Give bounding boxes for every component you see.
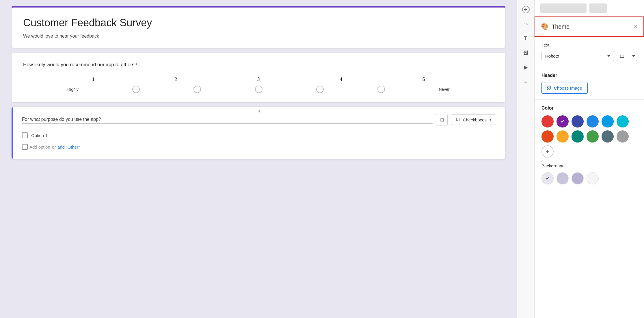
option1-label: Option 1 [31,133,48,138]
type-selector[interactable]: ☑ Checkboxes ▾ [451,114,496,125]
section-button[interactable]: ≡ [520,76,532,88]
option1-checkbox[interactable] [22,132,28,138]
theme-title: Theme [552,23,634,30]
rating-num-5: 5 [422,77,425,82]
palette-icon: 🎨 [541,23,549,30]
survey-header-card: Customer Feedback Survey We would love t… [12,6,505,48]
text-button[interactable]: T [520,32,532,45]
import-button[interactable]: ↪ [520,18,532,30]
add-option-row: Add option or add "Other" [22,144,496,150]
rating-num-4: 4 [340,77,343,82]
font-select[interactable]: Roboto Arial Georgia [541,51,614,61]
option1-row: Option 1 [22,132,496,138]
color-indigo[interactable] [572,115,584,127]
background-label: Background [541,163,637,168]
add-option-separator: or [52,145,56,149]
text-controls-row: Roboto Arial Georgia 10 11 12 14 [541,51,637,61]
text-section-label: Text [541,42,637,47]
color-grid [541,115,637,143]
image-button[interactable]: 🖼 [520,47,532,59]
header-section: Header 🖼 Choose Image [535,67,644,100]
bg-swatch-lavender-light[interactable] [541,172,554,184]
theme-header: 🎨 Theme × [535,16,644,37]
rating-numbers: 1 2 3 4 5 [23,77,494,82]
radio-3[interactable] [255,86,263,93]
color-purple[interactable] [556,115,569,127]
scroll-pill-2 [589,3,607,13]
color-cyan[interactable] [617,115,629,127]
scroll-pill-1 [540,3,587,13]
video-icon: ▶ [524,64,528,71]
radio-1[interactable] [132,86,140,93]
question2-card: ⠿ ⊡ ☑ Checkboxes ▾ Option 1 Add option o… [12,107,505,159]
color-green[interactable] [587,130,599,143]
radio-2[interactable] [193,86,201,93]
rating-num-2: 2 [175,77,177,82]
question2-row: ⊡ ☑ Checkboxes ▾ [22,114,496,125]
color-section: Color + [535,100,644,163]
color-blue-grey[interactable] [602,130,614,143]
color-light-blue[interactable] [602,115,614,127]
type-label: Checkboxes [463,117,487,122]
image-icon-btn-icon: 🖼 [547,85,552,90]
bg-swatch-lavender-dark[interactable] [572,172,584,184]
add-icon: + [522,6,530,13]
survey-subtitle: We would love to hear your feedback [23,34,494,39]
radio-4[interactable] [316,86,324,93]
choose-image-label: Choose Image [554,86,582,90]
color-red[interactable] [541,115,554,127]
survey-title: Customer Feedback Survey [23,17,494,29]
image-icon: ⊡ [440,117,444,123]
question2-input[interactable] [22,116,433,124]
add-option-text: Add option [29,145,50,149]
size-select[interactable]: 10 11 12 14 [617,51,637,61]
theme-close-button[interactable]: × [634,23,638,30]
add-other-link[interactable]: add "Other" [57,145,80,149]
import-icon: ↪ [524,21,528,27]
rating-right-label: Never [439,87,449,92]
question1-card: How likely would you recommend our app t… [12,53,505,102]
bg-swatches [541,172,637,184]
rating-scale: 1 2 3 4 5 Highly Never [23,77,494,93]
theme-panel: 🎨 Theme × Text Roboto Arial Georgia 10 1… [534,0,644,318]
text-section: Text Roboto Arial Georgia 10 11 12 14 [535,37,644,67]
image-toolbar-icon: 🖼 [523,50,528,56]
add-color-button[interactable]: + [541,145,554,158]
add-option-checkbox [22,144,28,150]
section-icon: ≡ [524,79,527,85]
text-icon: T [524,36,527,42]
choose-image-button[interactable]: 🖼 Choose Image [541,82,588,94]
video-button[interactable]: ▶ [520,61,532,73]
scroll-area [535,0,644,16]
color-deep-orange[interactable] [541,130,554,143]
background-section: Background [535,163,644,190]
chevron-down-icon: ▾ [489,118,491,122]
checkbox-icon: ☑ [456,117,460,122]
radio-5[interactable] [377,86,385,93]
rating-left-label: Highly [67,87,79,92]
color-amber[interactable] [556,130,569,143]
drag-handle[interactable]: ⠿ [257,109,261,115]
survey-area: Customer Feedback Survey We would love t… [0,0,517,318]
bg-swatch-white[interactable] [587,172,599,184]
header-section-label: Header [541,73,637,78]
question2-image-btn[interactable]: ⊡ [436,114,448,125]
sidebar-toolbar: + ↪ T 🖼 ▶ ≡ [517,0,534,318]
rating-num-1: 1 [92,77,95,82]
bg-swatch-lavender-mid[interactable] [556,172,569,184]
question1-text: How likely would you recommend our app t… [23,62,494,68]
color-blue[interactable] [587,115,599,127]
rating-radios: Highly Never [23,86,494,93]
color-teal[interactable] [572,130,584,143]
rating-num-3: 3 [257,77,260,82]
color-section-label: Color [541,106,637,111]
color-grey[interactable] [617,130,629,143]
add-button[interactable]: + [520,3,532,16]
